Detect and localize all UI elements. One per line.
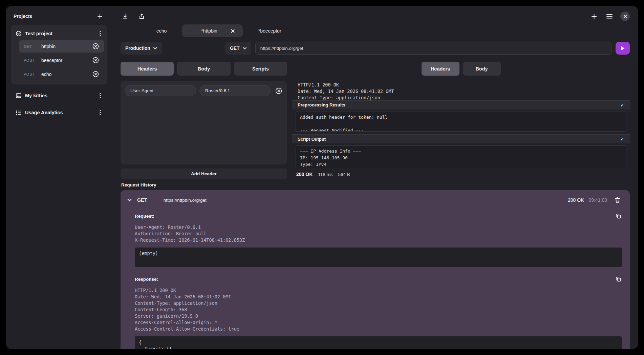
preprocessing-section-header[interactable]: Preprocessing Results ✓ (292, 100, 630, 110)
header-row (125, 85, 283, 96)
main-area: echo *httpbin *beeceptor Production GET (112, 6, 638, 349)
history-entry-header[interactable]: GET https://httpbin.org/get 200 OK 09:41… (125, 194, 622, 206)
response-label: Response: (135, 277, 158, 282)
menu-button[interactable] (605, 12, 614, 20)
script-output-section-header[interactable]: Script Output ✓ (292, 134, 630, 143)
remove-request-button[interactable] (91, 42, 100, 51)
app-window: Projects Test project GET httpbin (6, 6, 638, 349)
import-button[interactable] (121, 12, 130, 21)
section-title: Preprocessing Results (298, 102, 345, 107)
chevron-down-icon (153, 47, 157, 50)
history-status: 200 OK (568, 197, 584, 203)
project-name: My kitties (25, 93, 98, 98)
sidebar: Projects Test project GET httpbin (6, 6, 112, 349)
tab-label: *httpbin (201, 28, 217, 34)
method-select[interactable]: GET (225, 42, 251, 55)
response-viewer: Headers Body HTTP/1.1 200 OK Date: Wed, … (292, 60, 630, 179)
history-url: https://httpbin.org/get (164, 198, 568, 203)
sidebar-item-beeceptor[interactable]: POST beeceptor (19, 54, 104, 66)
history-response-body: { "args": {}, "headers": { (135, 336, 622, 349)
environment-label: Production (125, 45, 150, 51)
tab-strip: echo *httpbin *beeceptor (141, 24, 630, 37)
tab-label: echo (156, 28, 167, 34)
preprocessing-output[interactable]: Added auth header for token: null --- Re… (296, 112, 626, 132)
tab-request-body[interactable]: Body (177, 62, 230, 76)
method-badge: POST (24, 72, 38, 76)
request-bar: Production GET (121, 41, 630, 55)
method-label: GET (230, 45, 240, 51)
x-circle-icon (92, 43, 99, 50)
tab-beeceptor[interactable]: *beeceptor (243, 24, 297, 37)
kebab-icon (100, 110, 101, 115)
project-menu-button[interactable] (98, 29, 102, 38)
send-request-button[interactable] (616, 42, 630, 55)
check-icon: ✓ (620, 102, 624, 108)
plus-icon (97, 13, 103, 19)
project-menu-button[interactable] (98, 92, 102, 100)
copy-response-button[interactable] (615, 276, 622, 282)
tab-echo[interactable]: echo (141, 24, 182, 37)
copy-icon (616, 276, 621, 282)
request-name: beeceptor (41, 58, 91, 63)
response-status-line: 200 OK 118 ms 564 B (292, 171, 630, 179)
sidebar-item-my-kitties[interactable]: My kitties (11, 90, 107, 101)
response-headers-preview: HTTP/1.1 200 OK Date: Wed, 14 Jan 2026 0… (292, 82, 630, 100)
add-header-button[interactable]: Add Header (121, 169, 287, 179)
request-editor: Headers Body Scripts Add Header (121, 60, 287, 179)
project-group-test-project: Test project GET httpbin POST beeceptor (11, 25, 107, 84)
history-request-headers: User-Agent: Roster/0.6.1 Authorization: … (135, 224, 622, 243)
copy-request-button[interactable] (615, 213, 622, 219)
add-project-button[interactable] (95, 12, 104, 21)
chevron-down-icon (243, 47, 246, 50)
window-bar (121, 11, 630, 22)
header-value-input[interactable] (199, 85, 271, 96)
export-button[interactable] (137, 12, 146, 21)
request-tabs: Headers Body Scripts (121, 62, 287, 76)
x-circle-icon (92, 57, 99, 63)
close-tab-button[interactable] (231, 29, 235, 33)
status-duration: 118 ms (318, 172, 332, 177)
remove-header-button[interactable] (274, 86, 283, 96)
project-header[interactable]: Test project (14, 28, 104, 39)
request-response-panels: Headers Body Scripts Add Header (121, 60, 630, 179)
url-input[interactable] (255, 42, 611, 55)
download-icon (122, 13, 128, 20)
tab-httpbin[interactable]: *httpbin (182, 24, 242, 37)
kebab-icon (100, 31, 101, 36)
sidebar-item-usage-analytics[interactable]: Usage Analytics (11, 107, 107, 118)
remove-request-button[interactable] (91, 70, 100, 79)
project-menu-button[interactable] (98, 109, 102, 117)
request-name: echo (41, 72, 91, 77)
history-entry-body: Request: User-Agent: Roster/0.6.1 Author… (125, 206, 622, 349)
headers-editor-panel (121, 81, 287, 164)
divider (166, 42, 166, 54)
projects-title: Projects (14, 14, 32, 19)
project-name: Test project (25, 31, 98, 36)
script-output[interactable]: === IP Address Info === IP: 195.146.105.… (296, 145, 626, 168)
environment-select[interactable]: Production (121, 42, 162, 55)
tab-request-scripts[interactable]: Scripts (234, 62, 287, 76)
share-icon (138, 13, 145, 20)
history-entry-panel: GET https://httpbin.org/get 200 OK 09:41… (121, 190, 630, 349)
kebab-icon (100, 93, 101, 98)
method-badge: POST (24, 58, 38, 62)
section-title: Script Output (298, 137, 326, 142)
sidebar-item-echo[interactable]: POST echo (19, 68, 104, 80)
sidebar-item-httpbin[interactable]: GET httpbin (19, 40, 104, 53)
request-name: httpbin (41, 44, 91, 49)
tab-response-body[interactable]: Body (463, 62, 501, 76)
tab-label: *beeceptor (258, 28, 281, 34)
delete-history-button[interactable] (613, 196, 622, 204)
request-history-title: Request History (121, 179, 630, 190)
header-key-input[interactable] (125, 85, 196, 96)
new-tab-button[interactable] (589, 12, 599, 21)
remove-request-button[interactable] (91, 56, 100, 65)
window-close-button[interactable] (620, 12, 630, 21)
history-request-body: (empty) (135, 248, 622, 267)
tab-request-headers[interactable]: Headers (121, 62, 174, 76)
close-icon (623, 15, 627, 18)
tab-response-headers[interactable]: Headers (422, 62, 459, 76)
clock-icon (16, 31, 22, 37)
chevron-down-icon[interactable] (127, 199, 132, 201)
hamburger-icon (606, 14, 613, 19)
